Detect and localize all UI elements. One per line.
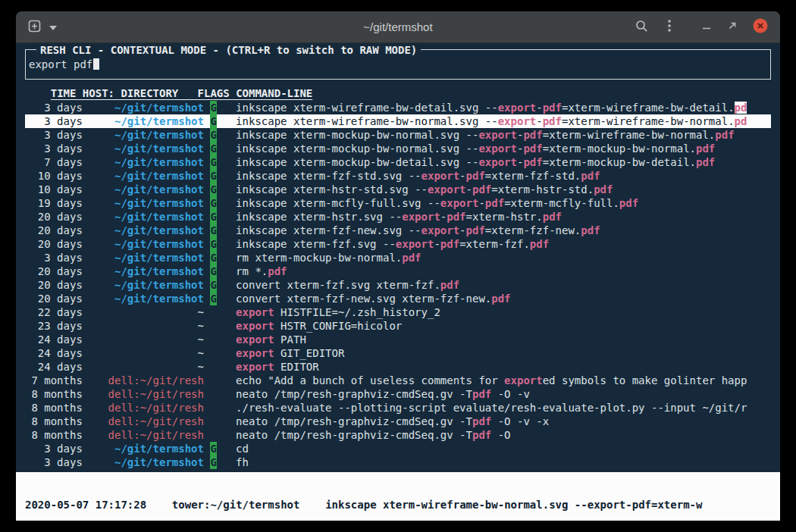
history-list: 3 days ~/git/termshot G inkscape xterm-w…: [25, 101, 771, 469]
history-row[interactable]: 3 days ~/git/termshot G fh: [25, 455, 771, 469]
row-flag: G: [210, 196, 216, 210]
row-directory: dell:~/git/resh: [89, 387, 204, 401]
row-time: 20 days: [25, 278, 83, 292]
row-flag: G: [210, 442, 216, 455]
row-time: 20 days: [25, 292, 83, 305]
history-row[interactable]: 3 days ~/git/termshot G cd: [25, 442, 771, 455]
history-row[interactable]: 10 days ~/git/termshot G inkscape xterm-…: [25, 183, 771, 196]
status-line1: 2020-05-07 17:17:28 tower:~/git/termshot…: [25, 499, 771, 512]
row-time: 3 days: [25, 114, 83, 128]
history-row[interactable]: 3 days ~/git/termshot G inkscape xterm-m…: [25, 142, 771, 155]
menu-button[interactable]: [666, 18, 672, 36]
row-directory: ~/git/termshot: [89, 237, 204, 251]
titlebar[interactable]: ~/git/termshot: [16, 11, 780, 43]
close-button[interactable]: [751, 17, 769, 37]
resh-search-box[interactable]: RESH CLI - CONTEXTUAL MODE - (CTRL+R to …: [25, 49, 771, 80]
row-time: 24 days: [25, 333, 83, 346]
row-command: inkscape xterm-hstr.svg --export-pdf=xte…: [236, 210, 562, 224]
history-row[interactable]: 24 days ~ export GIT_EDITOR: [25, 346, 771, 360]
row-directory: ~/git/termshot: [89, 264, 204, 278]
history-row[interactable]: 3 days ~/git/termshot G inkscape xterm-m…: [25, 128, 771, 142]
row-directory: ~/git/termshot: [89, 196, 204, 210]
row-directory: ~: [89, 319, 204, 333]
history-row[interactable]: 20 days ~/git/termshot G convert xterm-f…: [25, 278, 771, 292]
row-flag: [210, 387, 216, 401]
history-row[interactable]: 20 days ~/git/termshot G rm *.pdf: [25, 264, 771, 278]
row-command: convert xterm-fzf-new.svg xterm-fzf-new.…: [236, 292, 510, 305]
history-row[interactable]: 8 months dell:~/git/resh ./resh-evaluate…: [25, 401, 771, 415]
row-command: inkscape xterm-wireframe-bw-normal.svg -…: [236, 114, 747, 128]
row-time: 24 days: [25, 346, 83, 360]
tab-dropdown-button[interactable]: [48, 20, 58, 34]
history-row[interactable]: 20 days ~/git/termshot G inkscape xterm-…: [25, 224, 771, 237]
row-flag: G: [210, 169, 216, 183]
row-directory: dell:~/git/resh: [89, 428, 204, 442]
history-row[interactable]: 3 days ~/git/termshot G rm xterm-mockup-…: [25, 251, 771, 264]
minimize-button[interactable]: [700, 19, 713, 35]
history-row[interactable]: 3 days ~/git/termshot G inkscape xterm-w…: [25, 114, 771, 128]
row-command: fh: [236, 455, 249, 469]
text-cursor: [93, 58, 99, 70]
row-command: inkscape xterm-mcfly-full.svg --export-p…: [236, 196, 638, 210]
row-directory: ~: [89, 346, 204, 360]
row-directory: ~/git/termshot: [89, 210, 204, 224]
row-time: 3 days: [25, 442, 83, 455]
row-directory: ~/git/termshot: [89, 442, 204, 455]
history-row[interactable]: 23 days ~ export HSTR_CONFIG=hicolor: [25, 319, 771, 333]
row-flag: [210, 305, 216, 319]
row-command: export PATH: [236, 333, 306, 346]
row-flag: [210, 428, 216, 442]
new-tab-button[interactable]: [27, 18, 42, 36]
history-row[interactable]: 8 months dell:~/git/resh neato /tmp/resh…: [25, 387, 771, 401]
row-time: 8 months: [25, 401, 83, 415]
row-directory: dell:~/git/resh: [89, 401, 204, 415]
row-flag: [210, 360, 216, 374]
row-flag: G: [210, 264, 216, 278]
restore-button[interactable]: [725, 19, 739, 35]
search-input[interactable]: export pdf: [29, 58, 767, 71]
history-row[interactable]: 7 months dell:~/git/resh echo "Add a bun…: [25, 374, 771, 387]
row-directory: ~/git/termshot: [89, 224, 204, 237]
history-row[interactable]: 20 days ~/git/termshot G convert xterm-f…: [25, 292, 771, 305]
history-row[interactable]: 20 days ~/git/termshot G inkscape xterm-…: [25, 237, 771, 251]
row-time: 24 days: [25, 360, 83, 374]
history-row[interactable]: 10 days ~/git/termshot G inkscape xterm-…: [25, 169, 771, 183]
row-time: 7 days: [25, 155, 83, 169]
row-command: rm *.pdf: [236, 264, 287, 278]
minimize-icon: [701, 20, 712, 33]
row-flag: G: [210, 183, 216, 196]
row-time: 10 days: [25, 169, 83, 183]
row-time: 20 days: [25, 237, 83, 251]
history-row[interactable]: 20 days ~/git/termshot G inkscape xterm-…: [25, 210, 771, 224]
row-flag: G: [210, 128, 216, 142]
terminal-window: ~/git/termshot: [16, 11, 780, 521]
new-tab-icon: [28, 20, 41, 35]
history-row[interactable]: 8 months dell:~/git/resh neato /tmp/resh…: [25, 428, 771, 442]
history-row[interactable]: 24 days ~ export PATH: [25, 333, 771, 346]
row-flag: G: [210, 114, 216, 128]
search-button[interactable]: [634, 18, 650, 36]
row-command: inkscape xterm-mockup-bw-normal.svg --ex…: [236, 142, 715, 155]
row-directory: ~/git/termshot: [89, 114, 204, 128]
table-header: TIME HOST: DIRECTORY FLAGS COMMAND-LINE: [25, 86, 771, 100]
history-row[interactable]: 3 days ~/git/termshot G inkscape xterm-w…: [25, 101, 771, 114]
row-time: 3 days: [25, 251, 83, 264]
row-time: 20 days: [25, 210, 83, 224]
row-flag: G: [210, 155, 216, 169]
history-row[interactable]: 8 months dell:~/git/resh neato /tmp/resh…: [25, 415, 771, 428]
row-command: neato /tmp/resh-graphviz-cmdSeq.gv -Tpdf…: [236, 387, 530, 401]
search-icon: [635, 20, 648, 35]
row-directory: ~: [89, 360, 204, 374]
row-directory: ~/git/termshot: [89, 251, 204, 264]
row-flag: G: [210, 224, 216, 237]
history-row[interactable]: 19 days ~/git/termshot G inkscape xterm-…: [25, 196, 771, 210]
history-row[interactable]: 24 days ~ export EDITOR: [25, 360, 771, 374]
row-directory: ~/git/termshot: [89, 278, 204, 292]
row-time: 19 days: [25, 196, 83, 210]
history-row[interactable]: 7 days ~/git/termshot G inkscape xterm-m…: [25, 155, 771, 169]
row-time: 7 months: [25, 374, 83, 387]
history-row[interactable]: 22 days ~ export HISTFILE=~/.zsh_history…: [25, 305, 771, 319]
row-flag: [210, 333, 216, 346]
row-command: rm xterm-mockup-bw-normal.pdf: [236, 251, 421, 264]
row-command: inkscape xterm-mockup-bw-normal.svg --ex…: [236, 128, 734, 142]
